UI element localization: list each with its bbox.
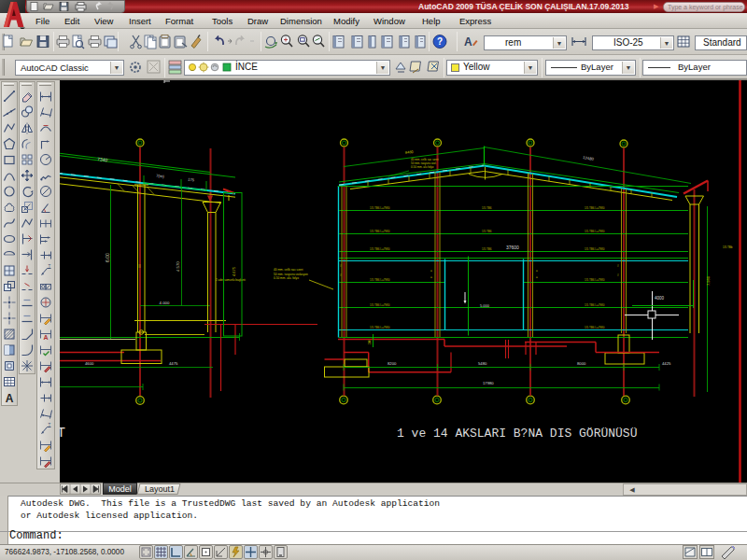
- svg-text:2 adet somunlu baglanti: 2 adet somunlu baglanti: [216, 278, 246, 282]
- svg-text:1/5 TB6: 1/5 TB6: [482, 206, 492, 210]
- svg-text:1 ve 14 AKSLARI B?NA DIS GÖRÜN: 1 ve 14 AKSLARI B?NA DIS GÖRÜNÜSÜ: [397, 427, 637, 441]
- svg-text:8000: 8000: [577, 361, 586, 366]
- svg-text:4475: 4475: [169, 361, 178, 366]
- svg-text:1/5 TB6 L=7980: 1/5 TB6 L=7980: [370, 326, 390, 329]
- svg-text:=: =: [536, 275, 538, 279]
- svg-text:1/5 TB6 L=7980: 1/5 TB6 L=7980: [585, 303, 605, 307]
- svg-text:1/5 TB6 L=7980: 1/5 TB6 L=7980: [585, 230, 605, 233]
- svg-text:?: ?: [437, 36, 443, 47]
- svg-text:1/5 TB6 L=7980: 1/5 TB6 L=7980: [585, 278, 605, 282]
- svg-text:17980: 17980: [483, 381, 494, 385]
- svg-text:#: #: [617, 264, 619, 268]
- svg-text:1/5 TB6 L=7980: 1/5 TB6 L=7980: [370, 247, 390, 251]
- svg-text:T: T: [49, 423, 51, 427]
- svg-text:4000: 4000: [655, 296, 665, 301]
- svg-text:1/5 TB6 L=7980: 1/5 TB6 L=7980: [370, 230, 390, 233]
- svg-text:8200: 8200: [388, 361, 397, 366]
- svg-text:50 mm. tasyunu izolasyon: 50 mm. tasyunu izolasyon: [274, 273, 308, 276]
- svg-text:40 mm. celik sac uzeri: 40 mm. celik sac uzeri: [274, 268, 303, 272]
- svg-text:=: =: [430, 275, 432, 279]
- svg-text:1/5 TB6 L=7980: 1/5 TB6 L=7980: [585, 206, 605, 210]
- svg-text:1/5 TB6: 1/5 TB6: [482, 247, 492, 251]
- svg-text:A: A: [43, 334, 48, 341]
- svg-text:240: 240: [368, 340, 372, 344]
- svg-text:5480: 5480: [478, 361, 487, 366]
- svg-text:1/5 TB6 L=7980: 1/5 TB6 L=7980: [370, 206, 390, 210]
- svg-text:1/5 TB6 L=7980: 1/5 TB6 L=7980: [370, 278, 390, 282]
- svg-text:T: T: [60, 426, 65, 441]
- svg-text:4425: 4425: [662, 361, 671, 366]
- svg-text:37600: 37600: [506, 245, 519, 250]
- svg-text:=: =: [430, 269, 432, 273]
- svg-text:175: 175: [188, 177, 195, 183]
- svg-text:6.00: 6.00: [105, 253, 110, 262]
- svg-text:0.50 mm. alu. folyo: 0.50 mm. alu. folyo: [274, 276, 299, 280]
- svg-text:|||: |||: [139, 264, 142, 268]
- svg-text:5.000: 5.000: [480, 303, 490, 308]
- svg-text:A: A: [6, 392, 14, 405]
- svg-text:1/5 TB6 L=7980: 1/5 TB6 L=7980: [585, 326, 605, 329]
- svg-text:#: #: [617, 273, 619, 277]
- svg-text:A: A: [464, 35, 472, 49]
- svg-text:4.675: 4.675: [232, 266, 236, 276]
- svg-text:1/5 TB6: 1/5 TB6: [482, 230, 492, 233]
- svg-text:7.980: 7.980: [706, 275, 711, 286]
- svg-text:7(m): 7(m): [156, 174, 165, 179]
- svg-text:12480: 12480: [583, 155, 595, 161]
- svg-text:4600: 4600: [85, 361, 94, 366]
- svg-text:T: T: [49, 264, 51, 269]
- svg-text:1/5 TB6 L=7980: 1/5 TB6 L=7980: [585, 247, 605, 251]
- svg-text:4.000: 4.000: [160, 301, 170, 305]
- svg-text:1/5 TB6 L=7980: 1/5 TB6 L=7980: [370, 303, 390, 307]
- svg-text:0.50 mm. alu folyo: 0.50 mm. alu folyo: [411, 165, 434, 169]
- svg-text:4.570: 4.570: [176, 261, 180, 272]
- svg-text:1/5 TBb: 1/5 TBb: [723, 245, 733, 249]
- svg-text:8480: 8480: [405, 149, 415, 155]
- svg-text:7340: 7340: [97, 156, 108, 162]
- svg-text:=: =: [536, 269, 538, 273]
